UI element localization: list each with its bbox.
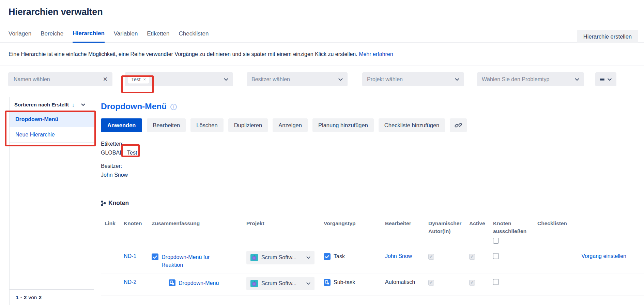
exclude-all-checkbox[interactable] (493, 238, 499, 244)
col-dynamischer-autor: Dynamischer Autor(in) (425, 219, 465, 235)
pagination: 1 - 2 von 2 (10, 289, 94, 305)
tab-variablen[interactable]: Variablen (114, 30, 138, 42)
task-type-icon (152, 253, 158, 260)
name-filter-input[interactable] (13, 76, 100, 83)
sort-direction-icon[interactable]: ↓ (72, 102, 75, 107)
add-planning-button[interactable]: Planung hinzufügen (312, 118, 374, 132)
col-link: Link (101, 219, 120, 227)
table-row: ND-1 Dropdown-Menü fur Reaktion Scrum So… (101, 248, 644, 274)
delete-button[interactable]: Löschen (190, 118, 223, 132)
link-icon (455, 121, 462, 129)
owner-section: Besitzer: John Snow (101, 162, 644, 179)
label-global: GLOBAL (101, 148, 123, 157)
subtask-type-icon (324, 279, 331, 286)
issue-type-label: Sub-task (334, 279, 355, 286)
apply-button[interactable]: Anwenden (101, 118, 142, 132)
node-key-link[interactable]: ND-1 (124, 253, 136, 259)
tab-hierarchien[interactable]: Hierarchien (73, 30, 105, 43)
project-filter-select[interactable]: Projekt wählen (362, 72, 464, 86)
chevron-down-icon (575, 78, 579, 81)
duplicate-button[interactable]: Duplizieren (228, 118, 268, 132)
hierarchy-detail: Dropdown-Menü i Anwenden Bearbeiten Lösc… (101, 97, 644, 305)
owner-filter-select[interactable]: Besitzer wählen (247, 72, 348, 86)
chevron-down-icon (608, 78, 612, 81)
label-filter-chip: Test × (128, 75, 149, 84)
hierarchy-list: Dropdown-Menü Neue Hierarchie (10, 112, 94, 143)
action-bar: Anwenden Bearbeiten Löschen Duplizieren … (101, 118, 644, 132)
project-select[interactable]: Scrum Softw... (246, 251, 315, 264)
col-knoten: Knoten (120, 219, 148, 227)
assignee-label: Automatisch (385, 279, 415, 285)
content-area: Sortieren nach Erstellt ↓ Dropdown-Menü … (0, 97, 644, 305)
chevron-down-icon (455, 78, 459, 81)
issue-type-label: Task (334, 253, 345, 260)
divider (0, 66, 644, 66)
col-bearbeiter: Bearbeiter (381, 219, 425, 227)
project-avatar (250, 254, 258, 261)
col-projekt: Projekt (243, 219, 320, 227)
owner-value: John Snow (101, 172, 128, 178)
name-filter[interactable]: ✕ (8, 72, 112, 86)
chevron-down-icon (306, 282, 310, 285)
add-checklist-button[interactable]: Checkliste hinzufügen (379, 118, 445, 132)
copy-link-button[interactable] (450, 118, 467, 132)
labels-heading: Etiketten: (101, 140, 644, 148)
tab-etiketten[interactable]: Etiketten (147, 30, 169, 42)
tab-bar: Vorlagen Bereiche Hierarchien Variablen … (0, 30, 644, 43)
label-test: Test (127, 148, 137, 157)
col-zusammenfassung: Zusammenfassung (148, 219, 243, 227)
edit-button[interactable]: Bearbeiten (147, 118, 186, 132)
more-options-menu[interactable] (595, 72, 616, 86)
assignee-link[interactable]: John Snow (385, 253, 412, 259)
node-summary-link[interactable]: Dropdown-Menü fur Reaktion (162, 253, 215, 269)
clear-icon[interactable]: ✕ (103, 76, 108, 83)
nodes-table: Link Knoten Zusammenfassung Projekt Vorg… (101, 214, 644, 295)
col-active: Active (465, 219, 489, 227)
owner-heading: Besitzer: (101, 162, 644, 171)
table-row: ND-2 Dropdown-Menü Scrum Softw... (101, 274, 644, 295)
col-knoten-ausschliessen: Knoten ausschließen (489, 219, 534, 244)
list-item-neue-hierarchie[interactable]: Neue Hierarchie (10, 127, 94, 143)
dynamic-author-checkbox: ✓ (428, 254, 434, 260)
sort-control[interactable]: Sortieren nach Erstellt ↓ (10, 97, 94, 112)
page-title: Hierarchien verwalten (9, 7, 635, 17)
remove-tag-icon[interactable]: × (143, 77, 146, 82)
node-key-link[interactable]: ND-2 (124, 279, 136, 285)
tab-vorlagen[interactable]: Vorlagen (9, 30, 31, 42)
issuetype-filter-select[interactable]: Wählen Sie den Problemtyp (477, 72, 584, 86)
hierarchy-sidebar: Sortieren nach Erstellt ↓ Dropdown-Menü … (9, 97, 94, 305)
chevron-down-icon (338, 78, 343, 81)
task-type-icon (324, 253, 331, 260)
tab-bereiche[interactable]: Bereiche (41, 30, 63, 42)
exclude-node-checkbox[interactable] (493, 279, 499, 285)
list-item-dropdown-menu[interactable]: Dropdown-Menü (10, 112, 94, 127)
node-summary-link[interactable]: Dropdown-Menü (179, 279, 219, 287)
table-header-row: Link Knoten Zusammenfassung Projekt Vorg… (101, 214, 644, 248)
project-avatar (250, 280, 258, 287)
set-issue-link[interactable]: Vorgang einstellen (581, 253, 626, 259)
learn-more-link[interactable]: Mehr erfahren (359, 51, 393, 57)
subtask-type-icon (169, 279, 175, 286)
active-checkbox: ✓ (469, 280, 475, 286)
labels-section: Etiketten: GLOBAL Test (101, 140, 644, 157)
col-vorgangstyp: Vorgangstyp (320, 219, 381, 227)
exclude-node-checkbox[interactable] (493, 253, 499, 259)
page-header: Hierarchien verwalten (0, 0, 644, 17)
chevron-down-icon[interactable] (81, 103, 85, 106)
hamburger-icon (600, 77, 604, 82)
intro-text: Eine Hierarchie ist eine einfache Möglic… (0, 43, 644, 57)
labels-filter-select[interactable]: Test × (125, 72, 233, 86)
hierarchy-tree-icon (101, 200, 106, 206)
chevron-down-icon (224, 78, 228, 81)
show-button[interactable]: Anzeigen (273, 118, 308, 132)
chevron-down-icon (306, 256, 310, 259)
project-select[interactable]: Scrum Softw... (246, 277, 315, 290)
dynamic-author-checkbox: ✓ (428, 280, 434, 286)
active-checkbox: ✓ (469, 254, 475, 260)
hierarchy-title: Dropdown-Menü (101, 102, 167, 111)
col-checklisten: Checklisten (534, 219, 644, 227)
info-icon[interactable]: i (170, 104, 177, 110)
tab-checklisten[interactable]: Checklisten (179, 30, 209, 42)
create-hierarchy-button[interactable]: Hierarchie erstellen (577, 30, 638, 43)
divider (78, 102, 78, 107)
